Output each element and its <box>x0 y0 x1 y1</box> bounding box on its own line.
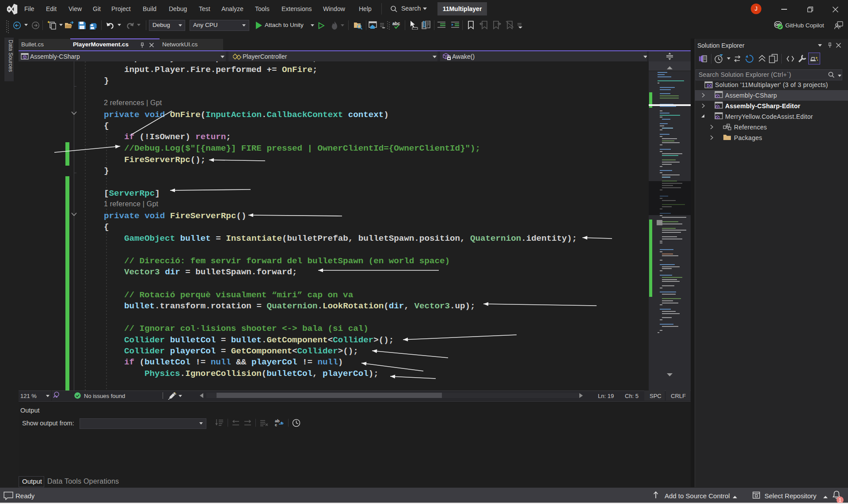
svg-text:c: c <box>275 423 277 427</box>
svg-text:abc: abc <box>392 21 400 26</box>
